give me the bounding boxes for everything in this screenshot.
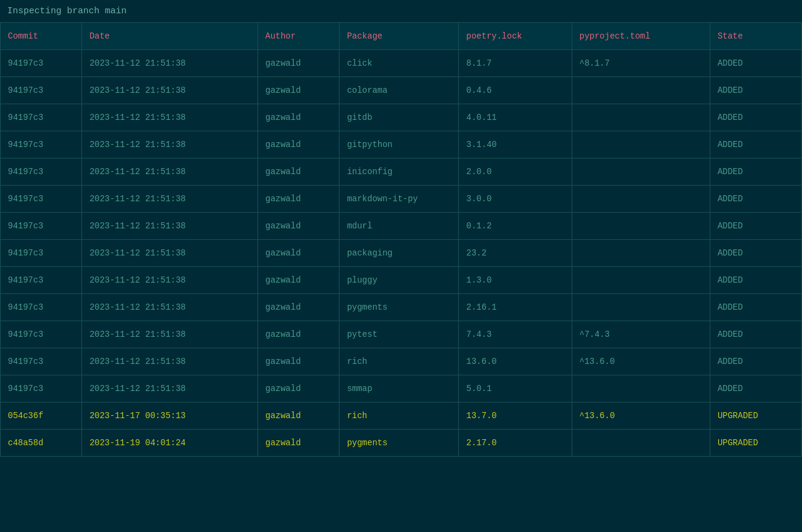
cell-date: 2023-11-12 21:51:38	[82, 131, 258, 158]
table-row: 94197c32023-11-12 21:51:38gazwaldiniconf…	[1, 158, 802, 186]
cell-commit: 94197c3	[1, 131, 82, 158]
cell-author: gazwald	[258, 213, 339, 240]
cell-author: gazwald	[258, 294, 339, 321]
cell-pyproject-toml	[572, 186, 710, 213]
cell-package: iniconfig	[339, 158, 459, 186]
cell-commit: 94197c3	[1, 158, 82, 186]
cell-poetry-lock: 2.0.0	[459, 158, 572, 186]
cell-author: gazwald	[258, 375, 339, 402]
table-row: 94197c32023-11-12 21:51:38gazwaldgitdb4.…	[1, 104, 802, 131]
cell-state: UPGRADED	[710, 430, 801, 457]
cell-state: ADDED	[710, 267, 801, 294]
cell-poetry-lock: 13.6.0	[459, 348, 572, 375]
cell-author: gazwald	[258, 240, 339, 267]
cell-poetry-lock: 1.3.0	[459, 267, 572, 294]
header-date: Date	[82, 23, 258, 50]
table-row: 94197c32023-11-12 21:51:38gazwaldpytest7…	[1, 321, 802, 348]
cell-date: 2023-11-12 21:51:38	[82, 240, 258, 267]
cell-package: packaging	[339, 240, 459, 267]
cell-state: ADDED	[710, 375, 801, 402]
cell-commit: 94197c3	[1, 50, 82, 77]
cell-author: gazwald	[258, 104, 339, 131]
cell-author: gazwald	[258, 348, 339, 375]
cell-date: 2023-11-12 21:51:38	[82, 213, 258, 240]
cell-poetry-lock: 5.0.1	[459, 375, 572, 402]
table-row: 94197c32023-11-12 21:51:38gazwaldmdurl0.…	[1, 213, 802, 240]
cell-date: 2023-11-12 21:51:38	[82, 348, 258, 375]
cell-pyproject-toml	[572, 240, 710, 267]
cell-package: pygments	[339, 430, 459, 457]
table-row: 94197c32023-11-12 21:51:38gazwaldpygment…	[1, 294, 802, 321]
cell-state: ADDED	[710, 321, 801, 348]
cell-pyproject-toml	[572, 294, 710, 321]
cell-pyproject-toml	[572, 104, 710, 131]
cell-author: gazwald	[258, 321, 339, 348]
cell-pyproject-toml	[572, 267, 710, 294]
cell-package: pytest	[339, 321, 459, 348]
header-package: Package	[339, 23, 459, 50]
cell-state: UPGRADED	[710, 402, 801, 430]
table-row: 94197c32023-11-12 21:51:38gazwaldcoloram…	[1, 77, 802, 104]
table-header-row: Commit Date Author Package poetry.lock p…	[1, 23, 802, 50]
cell-date: 2023-11-17 00:35:13	[82, 402, 258, 430]
cell-commit: c48a58d	[1, 430, 82, 457]
cell-date: 2023-11-12 21:51:38	[82, 267, 258, 294]
table-row: 94197c32023-11-12 21:51:38gazwaldrich13.…	[1, 348, 802, 375]
table-row: 94197c32023-11-12 21:51:38gazwaldgitpyth…	[1, 131, 802, 158]
table-row: 94197c32023-11-12 21:51:38gazwaldpackagi…	[1, 240, 802, 267]
cell-package: rich	[339, 348, 459, 375]
cell-poetry-lock: 8.1.7	[459, 50, 572, 77]
cell-state: ADDED	[710, 158, 801, 186]
cell-state: ADDED	[710, 77, 801, 104]
cell-commit: 94197c3	[1, 375, 82, 402]
cell-poetry-lock: 23.2	[459, 240, 572, 267]
cell-state: ADDED	[710, 240, 801, 267]
cell-commit: 94197c3	[1, 348, 82, 375]
cell-pyproject-toml	[572, 77, 710, 104]
cell-commit: 94197c3	[1, 213, 82, 240]
cell-poetry-lock: 13.7.0	[459, 402, 572, 430]
cell-package: gitpython	[339, 131, 459, 158]
cell-author: gazwald	[258, 158, 339, 186]
cell-poetry-lock: 7.4.3	[459, 321, 572, 348]
cell-package: gitdb	[339, 104, 459, 131]
header-state: State	[710, 23, 801, 50]
cell-state: ADDED	[710, 213, 801, 240]
cell-package: mdurl	[339, 213, 459, 240]
cell-package: pluggy	[339, 267, 459, 294]
table-row: 054c36f2023-11-17 00:35:13gazwaldrich13.…	[1, 402, 802, 430]
page-title: Inspecting branch main	[0, 0, 802, 22]
cell-poetry-lock: 2.17.0	[459, 430, 572, 457]
cell-pyproject-toml	[572, 131, 710, 158]
cell-date: 2023-11-12 21:51:38	[82, 294, 258, 321]
cell-commit: 054c36f	[1, 402, 82, 430]
cell-commit: 94197c3	[1, 321, 82, 348]
cell-date: 2023-11-12 21:51:38	[82, 50, 258, 77]
cell-author: gazwald	[258, 430, 339, 457]
commits-table: Commit Date Author Package poetry.lock p…	[0, 22, 802, 457]
cell-author: gazwald	[258, 77, 339, 104]
cell-poetry-lock: 0.1.2	[459, 213, 572, 240]
cell-author: gazwald	[258, 131, 339, 158]
cell-date: 2023-11-12 21:51:38	[82, 321, 258, 348]
cell-package: colorama	[339, 77, 459, 104]
cell-author: gazwald	[258, 402, 339, 430]
header-poetry-lock: poetry.lock	[459, 23, 572, 50]
header-commit: Commit	[1, 23, 82, 50]
cell-package: click	[339, 50, 459, 77]
cell-poetry-lock: 0.4.6	[459, 77, 572, 104]
cell-date: 2023-11-19 04:01:24	[82, 430, 258, 457]
header-pyproject-toml: pyproject.toml	[572, 23, 710, 50]
cell-pyproject-toml	[572, 158, 710, 186]
cell-state: ADDED	[710, 186, 801, 213]
table-row: 94197c32023-11-12 21:51:38gazwaldmarkdow…	[1, 186, 802, 213]
table-row: 94197c32023-11-12 21:51:38gazwaldclick8.…	[1, 50, 802, 77]
cell-package: markdown-it-py	[339, 186, 459, 213]
cell-author: gazwald	[258, 267, 339, 294]
cell-state: ADDED	[710, 104, 801, 131]
cell-poetry-lock: 3.1.40	[459, 131, 572, 158]
cell-poetry-lock: 3.0.0	[459, 186, 572, 213]
table-row: 94197c32023-11-12 21:51:38gazwaldpluggy1…	[1, 267, 802, 294]
cell-date: 2023-11-12 21:51:38	[82, 104, 258, 131]
cell-pyproject-toml: ^8.1.7	[572, 50, 710, 77]
